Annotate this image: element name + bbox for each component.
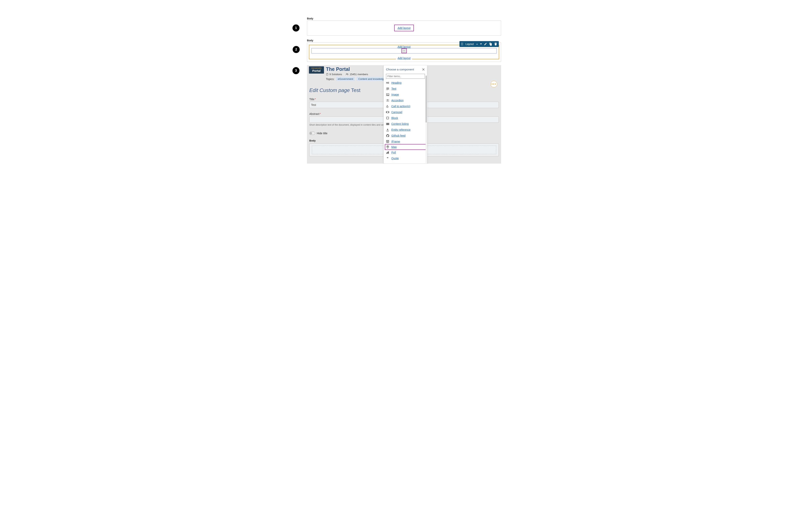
members-count-text: 15451 members <box>350 73 368 76</box>
picker-item-accordion[interactable]: Accordion <box>386 97 425 103</box>
svg-point-0 <box>461 43 462 43</box>
picker-item-poll[interactable]: Poll <box>386 150 425 155</box>
picker-item-heading[interactable]: H2Heading <box>386 80 425 86</box>
picker-item-label: Block <box>391 116 398 120</box>
carousel-icon <box>386 111 389 114</box>
add-layout-link-2-top[interactable]: Add layout <box>398 45 410 48</box>
topic-tag-1[interactable]: eGovernment <box>336 77 355 81</box>
svg-rect-34 <box>387 152 388 154</box>
add-component-highlight: + <box>402 48 407 53</box>
pointer-icon <box>386 105 389 108</box>
picker-item-entity-reference[interactable]: Entity reference <box>386 127 425 133</box>
abstract-label-text: Abstract <box>309 112 319 116</box>
picker-item-label: IFrame <box>391 140 400 143</box>
svg-point-4 <box>461 45 462 46</box>
svg-point-3 <box>462 44 463 44</box>
iframe-icon <box>386 140 389 143</box>
poll-icon <box>386 151 389 154</box>
topics-label: Topics: <box>326 78 335 81</box>
hide-title-toggle[interactable] <box>309 132 315 135</box>
picker-item-label: Poll <box>391 151 396 154</box>
svg-point-1 <box>462 43 463 43</box>
picker-item-label: Content listing <box>391 122 409 125</box>
picker-item-label: Quote <box>391 157 399 160</box>
svg-rect-23 <box>387 123 388 124</box>
required-marker: * <box>315 98 316 101</box>
svg-point-7 <box>346 73 347 74</box>
svg-rect-18 <box>387 111 388 113</box>
image-icon <box>386 93 389 96</box>
picker-item-label: Carousel <box>391 111 402 114</box>
picker-item-github-feed[interactable]: Github feed <box>386 133 425 139</box>
svg-point-2 <box>461 44 462 44</box>
required-marker: * <box>320 112 321 116</box>
logo-bottom-text: Portal <box>312 69 321 72</box>
picker-item-content-listing[interactable]: Content listing <box>386 121 425 127</box>
svg-rect-33 <box>386 153 387 154</box>
body-label-1: Body <box>307 17 313 20</box>
picker-filter-input[interactable] <box>386 74 425 79</box>
svg-point-32 <box>387 146 388 147</box>
scrollbar-thumb[interactable] <box>426 76 427 122</box>
step-badge-3: 3 <box>292 67 299 74</box>
svg-point-8 <box>347 73 348 74</box>
picker-item-quote[interactable]: “Quote <box>386 155 425 161</box>
picker-item-carousel[interactable]: Carousel <box>386 109 425 115</box>
picker-item-text[interactable]: Text <box>386 86 425 92</box>
grid-icon <box>386 122 389 125</box>
members-icon <box>346 73 349 76</box>
layout-region[interactable]: + <box>312 48 497 53</box>
more-actions-button[interactable]: ••• <box>491 81 497 88</box>
svg-rect-21 <box>387 117 389 119</box>
solutions-count-text: 9 Solutions <box>329 73 342 76</box>
picker-item-label: Heading <box>391 81 402 84</box>
move-down-icon[interactable] <box>480 43 482 44</box>
edit-icon[interactable] <box>484 42 487 46</box>
add-layout-link-2-bottom[interactable]: Add layout <box>398 57 410 60</box>
add-layout-link-1[interactable]: Add layout <box>398 26 410 30</box>
move-up-icon[interactable] <box>476 43 478 44</box>
add-component-button[interactable]: + <box>403 49 406 53</box>
svg-rect-26 <box>387 124 388 125</box>
page-heading-rest: Test <box>350 87 360 93</box>
picker-item-label: Map <box>391 145 397 149</box>
picker-item-call-to-action-s-[interactable]: Call to action(s) <box>386 103 425 109</box>
layout-toolbar: Layout <box>459 41 499 47</box>
h2-icon: H2 <box>386 81 389 84</box>
step-badge-1: 1 <box>292 25 299 31</box>
picker-close-button[interactable] <box>422 68 425 71</box>
body-field-1: Add layout <box>307 20 501 36</box>
clipboard-icon <box>326 73 328 76</box>
duplicate-icon[interactable] <box>489 42 492 46</box>
picker-item-label: Image <box>391 93 399 96</box>
picker-item-image[interactable]: Image <box>386 92 425 97</box>
svg-point-5 <box>462 45 463 46</box>
add-layout-link-top-wrap: Add layout <box>396 45 412 48</box>
svg-rect-20 <box>388 112 389 113</box>
picker-item-block[interactable]: Block <box>386 115 425 121</box>
picker-item-map[interactable]: Map <box>385 144 426 150</box>
svg-rect-35 <box>388 151 389 154</box>
lines-icon <box>386 87 389 90</box>
delete-icon[interactable] <box>494 42 497 46</box>
drag-handle-icon[interactable] <box>461 43 463 46</box>
title-label-text: Title <box>309 98 314 101</box>
picker-item-label: Entity reference <box>391 128 410 131</box>
component-picker: Choose a component H2HeadingTextImageAcc… <box>383 65 427 163</box>
picker-scrollbar[interactable] <box>426 76 427 163</box>
add-layout-highlight: Add layout <box>394 25 414 31</box>
layout-toolbar-label: Layout <box>465 42 474 46</box>
picker-item-label: Call to action(s) <box>391 105 410 108</box>
portal-logo: interoperable Portal <box>309 66 324 73</box>
block-icon <box>386 116 389 120</box>
svg-rect-27 <box>388 124 389 125</box>
upload-icon <box>386 128 389 131</box>
solutions-count: 9 Solutions <box>326 73 342 76</box>
picker-item-label: Text <box>391 87 397 90</box>
quote-icon: “ <box>386 157 389 160</box>
close-icon <box>422 68 425 71</box>
picker-item-iframe[interactable]: IFrame <box>386 139 425 144</box>
picker-list[interactable]: H2HeadingTextImageAccordionCall to actio… <box>384 80 427 162</box>
svg-rect-22 <box>386 123 387 124</box>
github-icon <box>386 134 389 137</box>
